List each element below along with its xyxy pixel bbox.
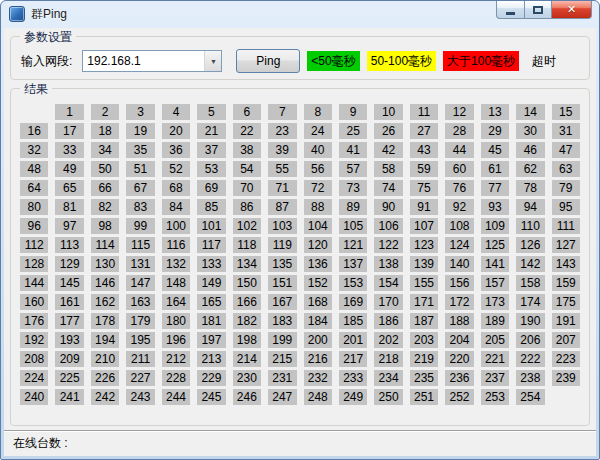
host-cell-55: 55 bbox=[268, 161, 296, 177]
host-cell-144: 144 bbox=[20, 275, 48, 291]
settings-row: 输入网段: ▼ Ping <50毫秒 50-100毫秒 大于100毫秒 超时 bbox=[11, 37, 589, 79]
host-cell-161: 161 bbox=[55, 294, 83, 310]
host-cell-196: 196 bbox=[162, 332, 190, 348]
host-cell-136: 136 bbox=[304, 256, 332, 272]
host-cell-242: 242 bbox=[91, 389, 119, 405]
host-cell-56: 56 bbox=[304, 161, 332, 177]
host-cell-249: 249 bbox=[339, 389, 367, 405]
host-cell-115: 115 bbox=[126, 237, 154, 253]
host-cell-49: 49 bbox=[55, 161, 83, 177]
host-cell-150: 150 bbox=[233, 275, 261, 291]
host-cell-174: 174 bbox=[516, 294, 544, 310]
host-cell-132: 132 bbox=[162, 256, 190, 272]
host-cell-233: 233 bbox=[339, 370, 367, 386]
host-cell-119: 119 bbox=[268, 237, 296, 253]
host-cell-2: 2 bbox=[91, 104, 119, 120]
chevron-down-icon: ▼ bbox=[210, 58, 217, 65]
maximize-button[interactable] bbox=[524, 1, 552, 19]
host-cell-102: 102 bbox=[233, 218, 261, 234]
host-cell-69: 69 bbox=[197, 180, 225, 196]
host-cell-31: 31 bbox=[552, 123, 580, 139]
host-cell-229: 229 bbox=[197, 370, 225, 386]
host-cell-89: 89 bbox=[339, 199, 367, 215]
host-cell-169: 169 bbox=[339, 294, 367, 310]
host-cell-87: 87 bbox=[268, 199, 296, 215]
host-cell-118: 118 bbox=[233, 237, 261, 253]
host-cell-166: 166 bbox=[233, 294, 261, 310]
network-input[interactable] bbox=[83, 51, 204, 71]
host-cell-101: 101 bbox=[197, 218, 225, 234]
host-cell-195: 195 bbox=[126, 332, 154, 348]
host-cell-151: 151 bbox=[268, 275, 296, 291]
host-cell-224: 224 bbox=[20, 370, 48, 386]
host-cell-50: 50 bbox=[91, 161, 119, 177]
host-cell-24: 24 bbox=[304, 123, 332, 139]
host-cell-106: 106 bbox=[374, 218, 402, 234]
minimize-button[interactable] bbox=[496, 1, 524, 19]
host-cell-234: 234 bbox=[374, 370, 402, 386]
host-cell-251: 251 bbox=[410, 389, 438, 405]
window-title: 群Ping bbox=[31, 6, 67, 23]
host-cell-165: 165 bbox=[197, 294, 225, 310]
host-cell-26: 26 bbox=[374, 123, 402, 139]
title-bar[interactable]: 群Ping ✕ bbox=[1, 1, 599, 27]
host-cell-58: 58 bbox=[374, 161, 402, 177]
host-cell-17: 17 bbox=[55, 123, 83, 139]
host-cell-135: 135 bbox=[268, 256, 296, 272]
host-cell-146: 146 bbox=[91, 275, 119, 291]
host-cell-104: 104 bbox=[304, 218, 332, 234]
host-cell-139: 139 bbox=[410, 256, 438, 272]
host-cell-30: 30 bbox=[516, 123, 544, 139]
host-cell-155: 155 bbox=[410, 275, 438, 291]
host-cell-157: 157 bbox=[481, 275, 509, 291]
host-cell-134: 134 bbox=[233, 256, 261, 272]
host-cell-162: 162 bbox=[91, 294, 119, 310]
host-cell-64: 64 bbox=[20, 180, 48, 196]
host-cell-167: 167 bbox=[268, 294, 296, 310]
host-cell-223: 223 bbox=[552, 351, 580, 367]
maximize-icon bbox=[533, 6, 543, 14]
host-cell-184: 184 bbox=[304, 313, 332, 329]
host-cell-63: 63 bbox=[552, 161, 580, 177]
combo-dropdown-button[interactable]: ▼ bbox=[204, 51, 221, 71]
host-cell-91: 91 bbox=[410, 199, 438, 215]
host-cell-36: 36 bbox=[162, 142, 190, 158]
host-cell-231: 231 bbox=[268, 370, 296, 386]
host-cell-83: 83 bbox=[126, 199, 154, 215]
host-cell-215: 215 bbox=[268, 351, 296, 367]
host-cell-158: 158 bbox=[516, 275, 544, 291]
host-cell-81: 81 bbox=[55, 199, 83, 215]
host-cell-228: 228 bbox=[162, 370, 190, 386]
host-cell-33: 33 bbox=[55, 142, 83, 158]
host-cell-122: 122 bbox=[374, 237, 402, 253]
host-cell-60: 60 bbox=[445, 161, 473, 177]
host-cell-241: 241 bbox=[55, 389, 83, 405]
host-cell-225: 225 bbox=[55, 370, 83, 386]
host-cell-153: 153 bbox=[339, 275, 367, 291]
host-cell-137: 137 bbox=[339, 256, 367, 272]
host-cell-214: 214 bbox=[233, 351, 261, 367]
host-cell-142: 142 bbox=[516, 256, 544, 272]
legend-timeout: 超时 bbox=[526, 51, 560, 71]
host-cell-40: 40 bbox=[304, 142, 332, 158]
host-cell-46: 46 bbox=[516, 142, 544, 158]
host-cell-70: 70 bbox=[233, 180, 261, 196]
host-cell-85: 85 bbox=[197, 199, 225, 215]
host-cell-138: 138 bbox=[374, 256, 402, 272]
host-cell-205: 205 bbox=[481, 332, 509, 348]
host-cell-185: 185 bbox=[339, 313, 367, 329]
host-cell-244: 244 bbox=[162, 389, 190, 405]
host-cell-62: 62 bbox=[516, 161, 544, 177]
host-cell-216: 216 bbox=[304, 351, 332, 367]
host-cell-219: 219 bbox=[410, 351, 438, 367]
ping-button[interactable]: Ping bbox=[236, 49, 300, 73]
host-cell-180: 180 bbox=[162, 313, 190, 329]
host-cell-75: 75 bbox=[410, 180, 438, 196]
host-cell-237: 237 bbox=[481, 370, 509, 386]
host-cell-28: 28 bbox=[445, 123, 473, 139]
host-cell-84: 84 bbox=[162, 199, 190, 215]
close-button[interactable]: ✕ bbox=[552, 1, 592, 19]
host-cell-112: 112 bbox=[20, 237, 48, 253]
host-cell-179: 179 bbox=[126, 313, 154, 329]
host-cell-53: 53 bbox=[197, 161, 225, 177]
